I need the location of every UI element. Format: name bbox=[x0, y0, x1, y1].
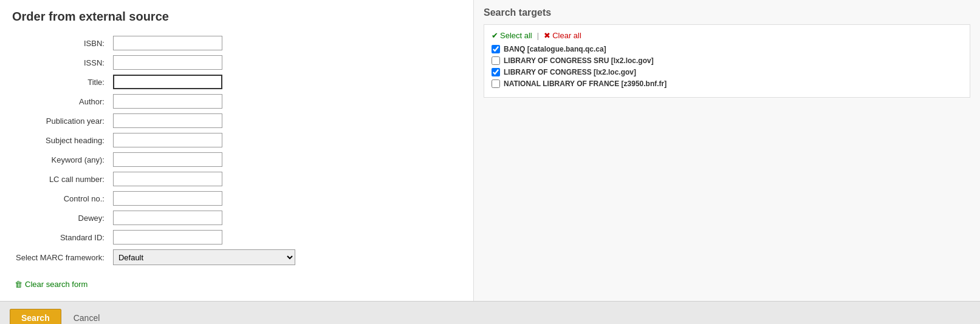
page-title: Order from external source bbox=[12, 10, 461, 24]
standard-id-input[interactable] bbox=[113, 230, 222, 245]
search-form: ISBN: ISSN: Title: Author: bbox=[12, 33, 461, 268]
pub-year-input[interactable] bbox=[113, 113, 222, 128]
pub-year-label: Publication year: bbox=[12, 111, 109, 130]
author-input[interactable] bbox=[113, 94, 222, 109]
dewey-input[interactable] bbox=[113, 211, 222, 225]
target-checkbox-lc-sru[interactable] bbox=[492, 56, 500, 65]
keyword-label: Keyword (any): bbox=[12, 150, 109, 169]
title-label: Title: bbox=[12, 72, 109, 92]
target-checkbox-lc[interactable] bbox=[492, 68, 500, 76]
clear-form-label: Clear search form bbox=[25, 280, 87, 289]
target-label-banq: BANQ [catalogue.banq.qc.ca] bbox=[504, 45, 606, 53]
control-no-input[interactable] bbox=[113, 191, 222, 206]
lc-call-label: LC call number: bbox=[12, 169, 109, 189]
target-checkbox-bnf[interactable] bbox=[492, 79, 500, 88]
select-all-row: ✔ Select all | ✖ Clear all bbox=[492, 31, 962, 40]
keyword-input[interactable] bbox=[113, 152, 222, 167]
select-all-link[interactable]: ✔ Select all bbox=[492, 31, 532, 40]
target-item-lc-sru: LIBRARY OF CONGRESS SRU [lx2.loc.gov] bbox=[492, 56, 962, 65]
standard-id-label: Standard ID: bbox=[12, 228, 109, 247]
issn-input[interactable] bbox=[113, 55, 222, 70]
subject-heading-input[interactable] bbox=[113, 133, 222, 147]
target-checkbox-banq[interactable] bbox=[492, 45, 500, 53]
target-label-lc: LIBRARY OF CONGRESS [lx2.loc.gov] bbox=[504, 68, 636, 76]
search-targets-box: ✔ Select all | ✖ Clear all BANQ [catalog… bbox=[484, 24, 970, 98]
target-item-banq: BANQ [catalogue.banq.qc.ca] bbox=[492, 45, 962, 53]
check-icon: ✔ bbox=[492, 31, 498, 40]
isbn-label: ISBN: bbox=[12, 33, 109, 53]
clear-all-link[interactable]: ✖ Clear all bbox=[544, 31, 581, 40]
target-item-lc: LIBRARY OF CONGRESS [lx2.loc.gov] bbox=[492, 68, 962, 76]
marc-framework-label: Select MARC framework: bbox=[12, 247, 109, 268]
clear-search-form-link[interactable]: 🗑 Clear search form bbox=[15, 280, 87, 289]
cancel-button[interactable]: Cancel bbox=[69, 309, 105, 324]
author-label: Author: bbox=[12, 92, 109, 111]
bottom-bar: Search Cancel bbox=[0, 301, 980, 324]
isbn-input[interactable] bbox=[113, 36, 222, 50]
issn-label: ISSN: bbox=[12, 53, 109, 72]
target-label-bnf: NATIONAL LIBRARY OF FRANCE [z3950.bnf.fr… bbox=[504, 79, 666, 88]
x-icon: ✖ bbox=[544, 31, 550, 40]
lc-call-input[interactable] bbox=[113, 172, 222, 186]
subject-heading-label: Subject heading: bbox=[12, 130, 109, 150]
search-targets-title: Search targets bbox=[484, 7, 970, 18]
search-button[interactable]: Search bbox=[10, 309, 61, 324]
target-label-lc-sru: LIBRARY OF CONGRESS SRU [lx2.loc.gov] bbox=[504, 56, 654, 65]
dewey-label: Dewey: bbox=[12, 208, 109, 228]
select-all-label: Select all bbox=[500, 31, 532, 40]
trash-icon: 🗑 bbox=[15, 280, 22, 289]
control-no-label: Control no.: bbox=[12, 189, 109, 208]
title-input[interactable] bbox=[113, 75, 222, 89]
clear-all-label: Clear all bbox=[552, 31, 581, 40]
marc-framework-select[interactable]: Default bbox=[113, 249, 295, 265]
separator: | bbox=[537, 31, 539, 40]
target-item-bnf: NATIONAL LIBRARY OF FRANCE [z3950.bnf.fr… bbox=[492, 79, 962, 88]
